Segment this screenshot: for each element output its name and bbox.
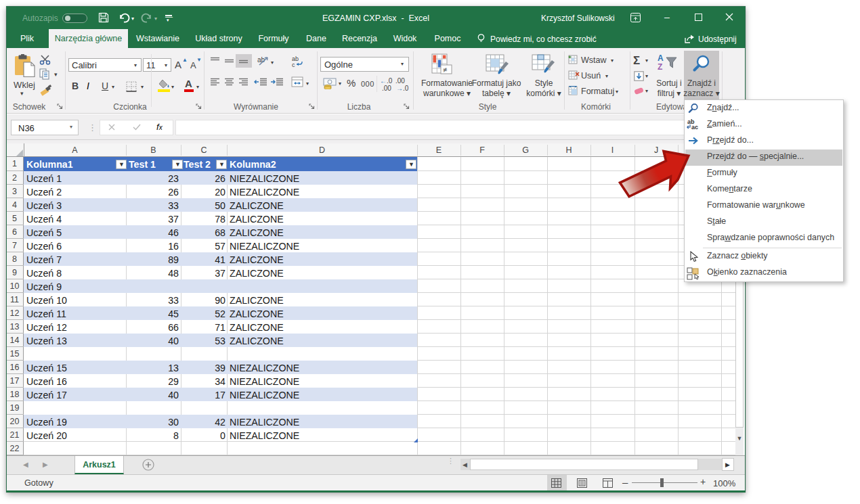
svg-text:≠: ≠ bbox=[443, 66, 447, 74]
svg-text:ab: ab bbox=[257, 56, 265, 64]
svg-text:c: c bbox=[292, 62, 295, 68]
